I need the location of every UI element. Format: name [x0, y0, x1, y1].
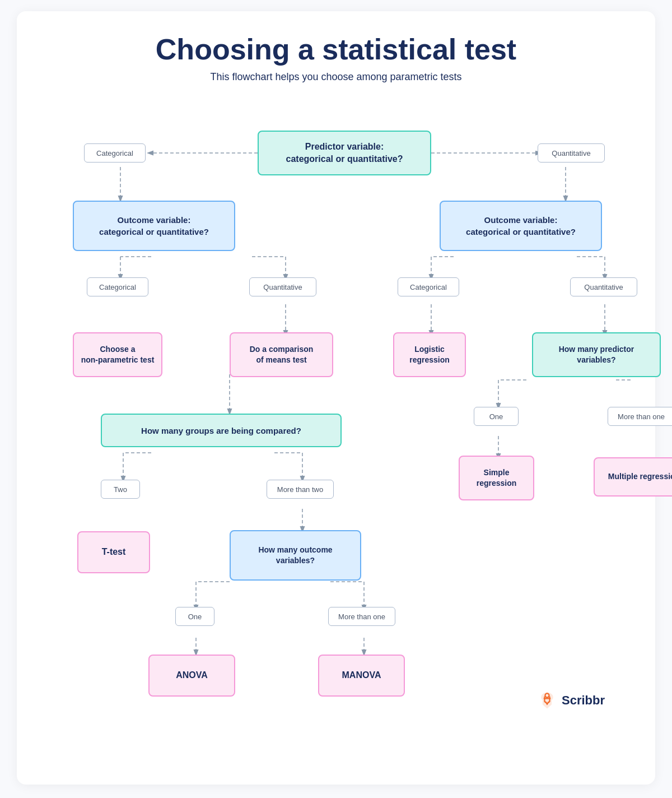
categorical-left-label: Categorical — [87, 277, 148, 296]
more-than-one-right-label: More than one — [608, 407, 672, 426]
anova-box: ANOVA — [148, 655, 235, 697]
predictor-box: Predictor variable: categorical or quant… — [258, 131, 431, 175]
how-many-outcome-box: How many outcome variables? — [230, 530, 361, 581]
simple-regression-box: Simple regression — [459, 456, 534, 500]
page-container: Choosing a statistical test This flowcha… — [17, 11, 655, 785]
quantitative-right-label: Quantitative — [570, 277, 637, 296]
categorical-top-left-label: Categorical — [84, 143, 146, 163]
categorical-right-label: Categorical — [398, 277, 459, 296]
more-than-two-label: More than two — [267, 480, 334, 499]
page-subtitle: This flowchart helps you choose among pa… — [39, 71, 633, 83]
two-label: Two — [101, 480, 140, 499]
scribbr-brand-name: Scribbr — [562, 693, 605, 708]
outcome-right-box: Outcome variable: categorical or quantit… — [440, 201, 602, 251]
how-many-predictor-box: How many predictor variables? — [532, 332, 661, 377]
multiple-regression-box: Multiple regression — [594, 457, 672, 497]
scribbr-icon — [537, 690, 557, 711]
how-many-groups-box: How many groups are being compared? — [101, 414, 342, 447]
t-test-box: T-test — [77, 531, 150, 573]
comparison-means-box: Do a comparison of means test — [230, 332, 333, 377]
one-left-label: One — [175, 607, 214, 626]
non-parametric-box: Choose a non-parametric test — [73, 332, 162, 377]
logistic-box: Logistic regression — [393, 332, 466, 377]
more-than-one-left-label: More than one — [328, 607, 395, 626]
page-title: Choosing a statistical test — [39, 34, 633, 66]
scribbr-logo: Scribbr — [537, 690, 605, 711]
manova-box: MANOVA — [318, 655, 405, 697]
one-right-label: One — [474, 407, 519, 426]
quantitative-top-right-label: Quantitative — [538, 143, 605, 163]
flowchart: Predictor variable: categorical or quant… — [39, 111, 633, 727]
quantitative-left-label: Quantitative — [249, 277, 316, 296]
outcome-left-box: Outcome variable: categorical or quantit… — [73, 201, 235, 251]
